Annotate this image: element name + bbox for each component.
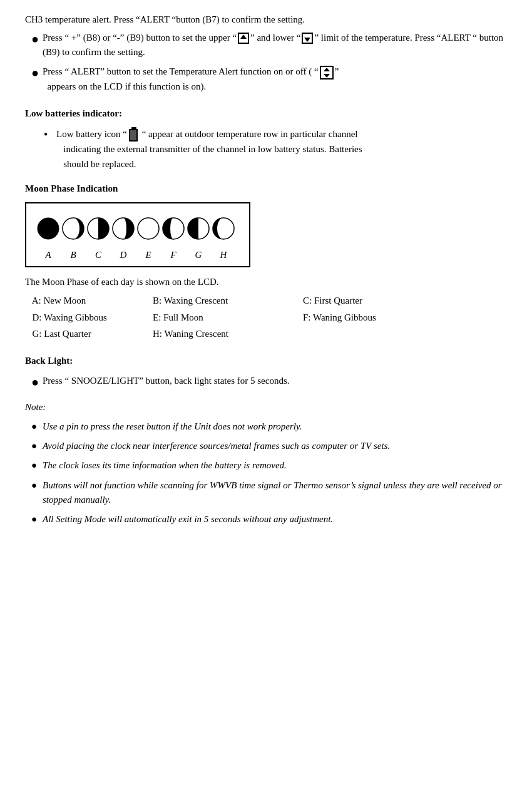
- moon-phase-empty: [300, 326, 507, 342]
- note-item-2: ● Avoid placing the clock near interfere…: [25, 439, 507, 453]
- svg-point-0: [38, 218, 59, 239]
- moon-phase-c: C: First Quarter: [300, 292, 507, 309]
- bullet-dot-2: ●: [31, 64, 43, 81]
- note-bullet-4: ●: [31, 478, 43, 493]
- note-bullet-3: ●: [31, 458, 43, 473]
- note-text-1: Use a pin to press the reset button if t…: [43, 419, 302, 434]
- note-item-1: ● Use a pin to press the reset button if…: [25, 419, 507, 434]
- back-light-text: Press “ SNOOZE/LIGHT” button, back light…: [43, 374, 507, 388]
- svg-text:D: D: [120, 250, 127, 260]
- note-item-3: ● The clock loses its time information w…: [25, 458, 507, 473]
- svg-text:H: H: [220, 250, 228, 260]
- upper-limit-icon: [238, 33, 249, 44]
- moon-phase-heading: Moon Phase Indication: [25, 182, 507, 196]
- moon-phase-description: The Moon Phase of each day is shown on t…: [25, 275, 507, 289]
- note-text-2: Avoid placing the clock near interferenc…: [43, 439, 390, 453]
- note-text-4: Buttons will not function while scanning…: [43, 478, 507, 508]
- moon-phase-f: F: Waning Gibbous: [300, 309, 507, 326]
- lower-limit-icon: [302, 33, 313, 44]
- moon-phase-d: D: Waxing Gibbous: [25, 309, 150, 326]
- bullet-text-2: Press “ ALERT” button to set the Tempera…: [43, 64, 507, 94]
- moon-phase-g: G: Last Quarter: [25, 326, 150, 342]
- svg-text:A: A: [44, 250, 51, 260]
- back-light-bullet-dot: ●: [31, 374, 43, 390]
- note-item-5: ● All Setting Mode will automatically ex…: [25, 512, 507, 527]
- svg-text:B: B: [70, 250, 76, 260]
- moon-phases-svg: A B C D E F G H: [36, 213, 242, 263]
- bullet-dot-1: ●: [31, 31, 43, 47]
- back-light-bullet: ● Press “ SNOOZE/LIGHT” button, back lig…: [25, 374, 507, 390]
- moon-table-row-3: G: Last Quarter H: Waning Crescent: [25, 326, 507, 342]
- moon-table-row-1: A: New Moon B: Waxing Crescent C: First …: [25, 292, 507, 309]
- moon-table-row-2: D: Waxing Gibbous E: Full Moon F: Waning…: [25, 309, 507, 326]
- svg-point-4: [138, 218, 159, 239]
- moon-phase-e: E: Full Moon: [150, 309, 300, 326]
- alert-icon: [320, 66, 334, 80]
- intro-text: CH3 temperature alert. Press “ALERT “but…: [25, 13, 507, 27]
- note-bullet-2: ●: [31, 439, 43, 453]
- note-label: Note:: [25, 400, 507, 414]
- dot-bullet-symbol: •: [44, 126, 56, 143]
- low-battery-bullet: • Low battery icon “ “ appear at outdoor…: [44, 126, 507, 172]
- note-text-5: All Setting Mode will automatically exit…: [43, 512, 333, 527]
- note-section: Note: ● Use a pin to press the reset but…: [25, 400, 507, 527]
- moon-phase-h: H: Waning Crescent: [150, 326, 300, 342]
- svg-text:G: G: [195, 250, 202, 260]
- note-bullet-5: ●: [31, 512, 43, 527]
- low-battery-text: Low battery icon “ “ appear at outdoor t…: [56, 126, 507, 172]
- moon-phase-diagram: A B C D E F G H: [25, 202, 250, 267]
- note-text-3: The clock loses its time information whe…: [43, 458, 287, 473]
- svg-text:C: C: [95, 250, 102, 260]
- svg-text:F: F: [170, 250, 176, 260]
- note-bullet-1: ●: [31, 419, 43, 434]
- battery-icon: [129, 129, 138, 141]
- back-light-section: Back Light: ● Press “ SNOOZE/LIGHT” butt…: [25, 354, 507, 391]
- bullet-text-1: Press “ +” (B8) or “-” (B9) button to se…: [43, 31, 507, 60]
- back-light-heading: Back Light:: [25, 354, 507, 368]
- low-batteries-heading: Low batteries indicator:: [25, 106, 507, 121]
- bullet-item-2: ● Press “ ALERT” button to set the Tempe…: [25, 64, 507, 94]
- svg-text:E: E: [145, 250, 151, 260]
- bullet-item-1: ● Press “ +” (B8) or “-” (B9) button to …: [25, 31, 507, 60]
- note-item-4: ● Buttons will not function while scanni…: [25, 478, 507, 508]
- moon-phase-a: A: New Moon: [25, 292, 150, 309]
- moon-phase-b: B: Waxing Crescent: [150, 292, 300, 309]
- moon-phase-table: A: New Moon B: Waxing Crescent C: First …: [25, 292, 507, 342]
